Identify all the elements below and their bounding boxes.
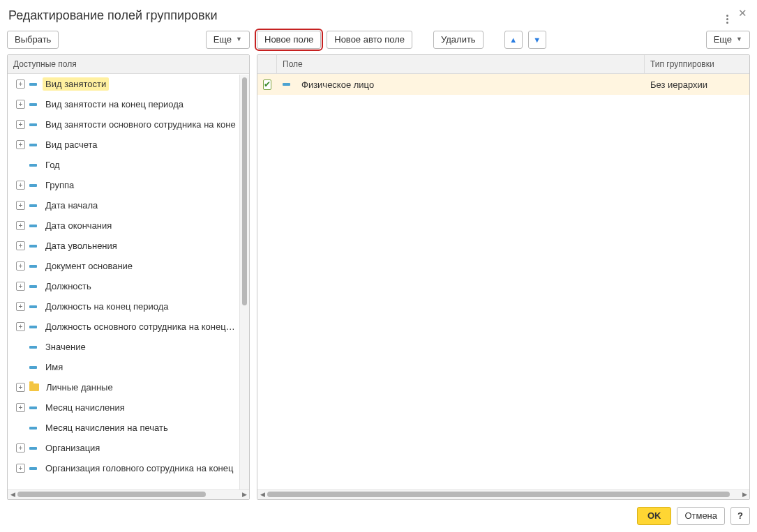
field-icon xyxy=(29,406,37,409)
horizontal-scrollbar-right[interactable]: ◀ ▶ xyxy=(257,489,749,499)
new-auto-field-button[interactable]: Новое авто поле xyxy=(327,31,412,49)
folder-icon xyxy=(29,383,39,391)
tree-row-label: Значение xyxy=(43,340,89,354)
horizontal-scrollbar-left[interactable]: ◀ ▶ xyxy=(8,489,249,499)
tree-row[interactable]: +Личные данные xyxy=(8,377,239,397)
field-icon xyxy=(29,184,37,187)
field-icon xyxy=(29,225,37,227)
expander-icon xyxy=(16,363,25,372)
expander-icon xyxy=(16,423,25,432)
field-icon xyxy=(29,204,37,207)
more-menu-icon[interactable] xyxy=(726,7,728,24)
tree-row[interactable]: +Организация xyxy=(8,438,239,458)
help-button[interactable]: ? xyxy=(730,507,750,525)
field-icon xyxy=(29,245,37,248)
field-icon xyxy=(29,427,37,430)
dialog-title: Редактирование полей группировки xyxy=(8,8,218,23)
tree-row-label: Месяц начисления на печать xyxy=(43,421,171,434)
more-right-button[interactable]: Еще ▼ xyxy=(706,31,750,49)
tree-row[interactable]: +Должность на конец периода xyxy=(8,296,239,317)
tree-row[interactable]: +Организация головного сотрудника на кон… xyxy=(8,458,239,478)
tree-row[interactable]: +Вид занятости основного сотрудника на к… xyxy=(8,114,239,135)
field-icon xyxy=(29,305,37,308)
tree-row[interactable]: +Должность основного сотрудника на конец… xyxy=(8,317,239,337)
tree-row[interactable]: +Вид занятости xyxy=(8,74,239,94)
tree-row-label: Дата начала xyxy=(43,199,100,212)
expander-icon[interactable]: + xyxy=(16,464,25,473)
move-down-button[interactable] xyxy=(528,31,546,49)
arrow-up-icon xyxy=(509,35,517,45)
expander-icon[interactable]: + xyxy=(16,383,25,392)
field-icon xyxy=(29,123,37,126)
field-icon xyxy=(29,265,37,268)
delete-button[interactable]: Удалить xyxy=(433,31,484,49)
field-icon xyxy=(29,83,37,86)
field-icon xyxy=(29,103,37,106)
tree-row-label: Вид расчета xyxy=(43,138,100,151)
tree-row[interactable]: +Должность xyxy=(8,276,239,296)
tree-row-label: Имя xyxy=(43,360,66,374)
tree-row-label: Должность основного сотрудника на конец … xyxy=(43,320,239,333)
expander-icon[interactable]: + xyxy=(16,403,25,412)
tree-row[interactable]: Год xyxy=(8,155,239,175)
expander-icon[interactable]: + xyxy=(16,79,25,89)
expander-icon[interactable]: + xyxy=(16,261,25,271)
expander-icon xyxy=(16,160,25,169)
tree-row[interactable]: +Дата начала xyxy=(8,195,239,215)
tree-row-label: Год xyxy=(43,158,63,172)
tree-row-label: Личные данные xyxy=(43,381,116,394)
tree-row[interactable]: +Дата увольнения xyxy=(8,236,239,256)
group-fields-panel: Поле Тип группировки ✔Физическое лицоБез… xyxy=(257,54,750,499)
tree-row[interactable]: +Месяц начисления xyxy=(8,397,239,418)
group-fields-list[interactable]: ✔Физическое лицоБез иерархии xyxy=(257,74,749,489)
tree-row-label: Организация xyxy=(43,441,103,455)
tree-row-label: Вид занятости основного сотрудника на ко… xyxy=(43,118,239,131)
tree-row-label: Группа xyxy=(43,178,77,192)
vertical-scrollbar[interactable] xyxy=(239,75,249,489)
expander-icon[interactable]: + xyxy=(16,120,25,129)
tree-row-label: Должность на конец периода xyxy=(43,300,172,313)
cancel-button[interactable]: Отмена xyxy=(677,507,725,525)
expander-icon[interactable]: + xyxy=(16,322,25,331)
tree-row-label: Организация головного сотрудника на коне… xyxy=(43,462,236,475)
checkbox[interactable]: ✔ xyxy=(263,79,271,90)
tree-row[interactable]: +Вид расчета xyxy=(8,135,239,155)
col-field-header: Поле xyxy=(277,55,645,73)
expander-icon xyxy=(16,342,25,351)
arrow-down-icon xyxy=(533,35,541,45)
expander-icon[interactable]: + xyxy=(16,201,25,210)
expander-icon[interactable]: + xyxy=(16,302,25,311)
tree-row[interactable]: Имя xyxy=(8,357,239,377)
close-icon[interactable] xyxy=(738,7,747,24)
field-icon xyxy=(29,467,37,470)
tree-row[interactable]: +Дата окончания xyxy=(8,215,239,236)
expander-icon[interactable]: + xyxy=(16,181,25,190)
expander-icon[interactable]: + xyxy=(16,282,25,291)
field-icon xyxy=(29,285,37,288)
col-type-header: Тип группировки xyxy=(645,55,749,73)
tree-row[interactable]: +Группа xyxy=(8,175,239,195)
field-icon xyxy=(29,366,37,369)
expander-icon[interactable]: + xyxy=(16,140,25,149)
field-icon xyxy=(29,326,37,328)
col-check-header xyxy=(257,55,277,73)
tree-row-label: Вид занятости на конец периода xyxy=(43,98,186,111)
select-button[interactable]: Выбрать xyxy=(7,31,59,49)
tree-row[interactable]: Значение xyxy=(8,337,239,357)
expander-icon[interactable]: + xyxy=(16,443,25,453)
field-icon xyxy=(29,144,37,146)
group-field-row[interactable]: ✔Физическое лицоБез иерархии xyxy=(257,74,749,95)
ok-button[interactable]: OK xyxy=(637,507,672,525)
tree-row[interactable]: +Вид занятости на конец периода xyxy=(8,94,239,114)
move-up-button[interactable] xyxy=(504,31,523,49)
expander-icon[interactable]: + xyxy=(16,241,25,250)
tree-row[interactable]: +Документ основание xyxy=(8,256,239,276)
tree-row[interactable]: Месяц начисления на печать xyxy=(8,418,239,438)
more-left-button[interactable]: Еще ▼ xyxy=(206,31,250,49)
available-fields-tree[interactable]: +Вид занятости+Вид занятости на конец пе… xyxy=(8,74,249,489)
tree-row-label: Месяц начисления xyxy=(43,401,128,414)
expander-icon[interactable]: + xyxy=(16,100,25,109)
more-right-label: Еще xyxy=(714,35,732,45)
new-field-button[interactable]: Новое поле xyxy=(257,31,321,49)
expander-icon[interactable]: + xyxy=(16,221,25,230)
